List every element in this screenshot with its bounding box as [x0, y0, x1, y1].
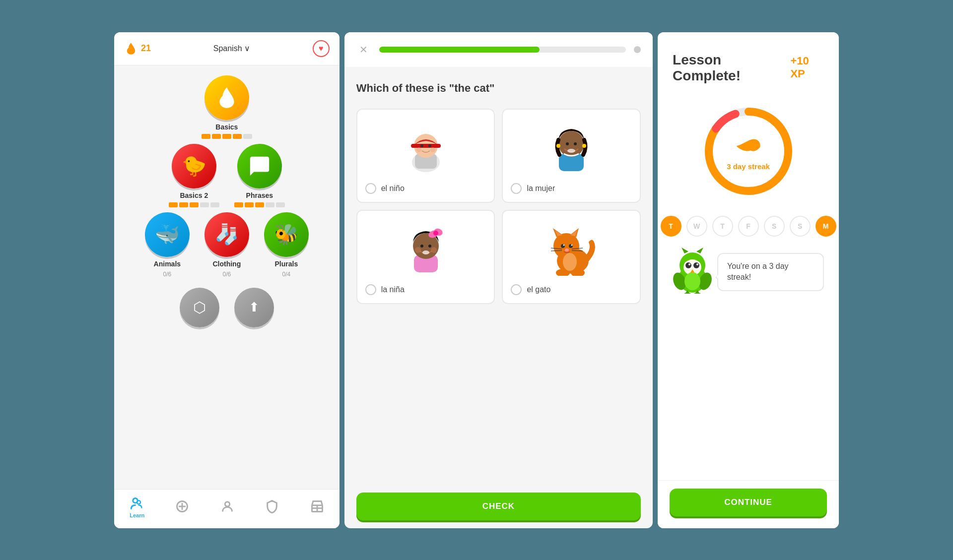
skill-locked-2: ⬆ [234, 288, 274, 327]
radio-gato[interactable] [511, 284, 522, 295]
radio-nino[interactable] [365, 183, 376, 194]
quiz-footer: CHECK [344, 485, 653, 528]
skill-name-basics2: Basics 2 [180, 191, 208, 199]
continue-footer: CONTINUE [658, 480, 839, 528]
svg-point-61 [685, 262, 691, 268]
bottom-nav: Learn [114, 489, 340, 528]
cat-svg [539, 221, 604, 276]
skill-row-basics: Basics [124, 75, 330, 139]
week-dot-W: W [686, 216, 707, 237]
quiz-header: ✕ [344, 32, 653, 67]
xp-badge: +10 XP [790, 55, 824, 80]
check-button[interactable]: CHECK [356, 493, 641, 520]
quiz-content: Which of these is "the cat" [344, 67, 653, 485]
answer-mujer[interactable]: la mujer [502, 109, 641, 203]
nav-learn[interactable]: Learn [122, 495, 152, 520]
shield-icon [265, 499, 279, 513]
nav-hearts[interactable] [167, 498, 197, 517]
owl-illustration [673, 247, 712, 291]
complete-content: Lesson Complete! +10 XP 3 day st [658, 32, 839, 480]
boy-svg [396, 120, 456, 175]
svg-point-15 [558, 131, 584, 157]
skill-row-3: 🐳 Animals 0/6 🧦 Clothing 0/6 🐝 P [124, 212, 330, 278]
mujer-illustration [537, 118, 606, 177]
week-dot-S2: S [790, 216, 811, 237]
quiz-panel: ✕ Which of these is "the cat" [344, 32, 653, 528]
skill-circle-clothing: 🧦 [204, 212, 249, 257]
answer-gato[interactable]: el gato [502, 210, 641, 304]
week-dot-S1: S [764, 216, 785, 237]
hearts-icon [175, 499, 189, 513]
svg-point-26 [420, 245, 423, 248]
owl-svg [673, 247, 712, 294]
svg-point-18 [567, 149, 575, 153]
learn-header: 21 Spanish ∨ ♥ [114, 32, 340, 65]
chat-icon [248, 155, 271, 178]
skill-animals[interactable]: 🐳 Animals 0/6 [145, 212, 190, 278]
complete-header: Lesson Complete! +10 XP [673, 52, 824, 87]
skill-plurals[interactable]: 🐝 Plurals 0/4 [264, 212, 309, 278]
answer-footer-mujer: la mujer [511, 183, 632, 194]
svg-point-62 [693, 262, 699, 268]
svg-rect-9 [411, 144, 441, 148]
skill-name-basics: Basics [215, 123, 238, 131]
continue-button[interactable]: CONTINUE [670, 489, 827, 516]
svg-point-17 [574, 142, 577, 145]
svg-point-20 [582, 144, 586, 148]
svg-point-11 [428, 144, 431, 147]
answer-grid: el niño [356, 109, 641, 304]
svg-point-63 [688, 263, 690, 265]
skill-clothing[interactable]: 🧦 Clothing 0/6 [204, 212, 249, 278]
quiz-question: Which of these is "the cat" [356, 82, 641, 95]
skill-count-plurals: 0/4 [282, 271, 291, 278]
skill-circle-locked2: ⬆ [234, 288, 274, 327]
svg-point-25 [433, 231, 438, 236]
skill-progress-basics2 [169, 202, 219, 207]
week-dot-M: M [816, 216, 836, 237]
nino-illustration [391, 118, 461, 177]
flame-icon [124, 42, 138, 56]
heart-symbol: ♥ [319, 44, 324, 53]
streak-badge: 21 [124, 42, 151, 56]
skill-basics[interactable]: Basics [202, 75, 252, 139]
answer-footer-nina: la niña [365, 284, 486, 295]
nav-profile[interactable] [212, 498, 242, 517]
answer-nina[interactable]: la niña [356, 210, 495, 304]
skill-circle-phrases [237, 144, 282, 188]
hearts-nav-icon [175, 499, 189, 513]
svg-point-66 [684, 272, 700, 290]
skill-count-animals: 0/6 [163, 271, 172, 278]
svg-point-1 [137, 500, 140, 504]
woman-svg [542, 120, 601, 175]
profile-icon [220, 499, 234, 513]
girl-svg [396, 221, 456, 276]
complete-panel: Lesson Complete! +10 XP 3 day st [658, 32, 839, 528]
svg-point-10 [420, 144, 423, 147]
radio-mujer[interactable] [511, 183, 522, 194]
nav-shop[interactable] [302, 498, 332, 517]
answer-label-nina: la niña [381, 285, 405, 294]
skill-basics2[interactable]: 🐤 Basics 2 [169, 144, 219, 207]
skill-circle-basics [204, 75, 249, 120]
nav-shield[interactable] [257, 498, 287, 517]
svg-marker-57 [696, 248, 703, 253]
language-selector[interactable]: Spanish ∨ [213, 44, 250, 53]
svg-point-27 [428, 245, 431, 248]
skill-phrases[interactable]: Phrases [234, 144, 285, 207]
week-dot-T2: T [712, 216, 733, 237]
skill-circle-animals: 🐳 [145, 212, 190, 257]
svg-point-30 [431, 247, 437, 253]
svg-point-28 [422, 250, 429, 254]
complete-title: Lesson Complete! [673, 52, 784, 84]
answer-label-nino: el niño [381, 184, 405, 193]
svg-point-48 [563, 253, 577, 271]
radio-nina[interactable] [365, 284, 376, 295]
answer-nino[interactable]: el niño [356, 109, 495, 203]
skill-row-basics2-phrases: 🐤 Basics 2 [124, 144, 330, 207]
gato-illustration [537, 219, 606, 278]
skill-row-locked: ⬡ ⬆ [124, 288, 330, 327]
profile-nav-icon [220, 499, 234, 513]
skill-progress-basics [202, 134, 252, 139]
skill-name-clothing: Clothing [212, 260, 241, 268]
close-button[interactable]: ✕ [356, 42, 371, 57]
